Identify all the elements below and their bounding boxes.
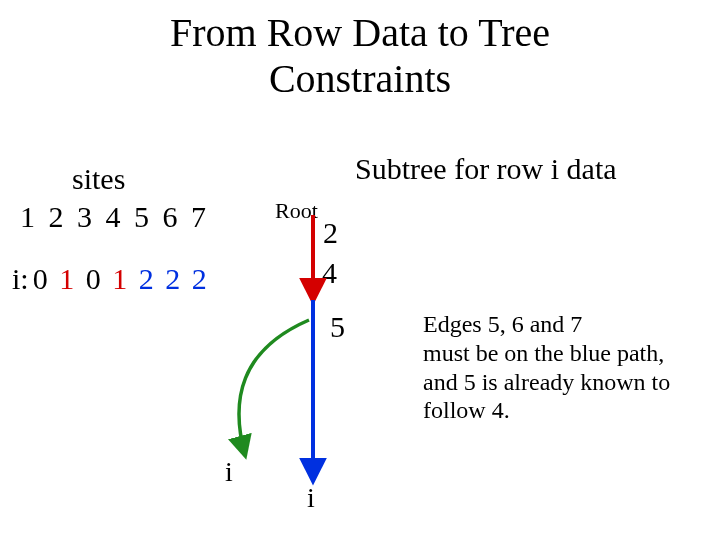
row-i-v0: 0 <box>31 262 50 295</box>
row-i-v4: 2 <box>137 262 156 295</box>
caption-l1: Edges 5, 6 and 7 <box>423 311 582 337</box>
edge-caption: Edges 5, 6 and 7 must be on the blue pat… <box>423 310 713 425</box>
sites-block: sites 1 2 3 4 5 6 7 <box>20 160 209 235</box>
subtree-title: Subtree for row i data <box>355 152 617 186</box>
row-i-v1: 1 <box>57 262 76 295</box>
title-line-2: Constraints <box>269 56 451 101</box>
row-i-v5: 2 <box>163 262 182 295</box>
row-i-prefix: i: <box>10 262 31 295</box>
row-i-v2: 0 <box>84 262 103 295</box>
row-i-v3: 1 <box>110 262 129 295</box>
edge-label-4: 4 <box>322 256 337 290</box>
caption-l2: must be on the blue path, <box>423 340 664 366</box>
root-label: Root <box>275 198 318 224</box>
edge-label-5: 5 <box>330 310 345 344</box>
leaf-i-right: i <box>307 482 315 514</box>
sites-label: sites <box>20 160 209 198</box>
branch-green <box>239 320 309 455</box>
row-i: i:0 1 0 1 2 2 2 <box>10 262 209 296</box>
title-line-1: From Row Data to Tree <box>170 10 550 55</box>
slide-title: From Row Data to Tree Constraints <box>0 10 720 102</box>
caption-l3: and 5 is already known to <box>423 369 670 395</box>
leaf-i-left: i <box>225 456 233 488</box>
caption-l4: follow 4. <box>423 397 510 423</box>
edge-label-2: 2 <box>323 216 338 250</box>
row-i-v6: 2 <box>190 262 209 295</box>
sites-numbers: 1 2 3 4 5 6 7 <box>20 198 209 236</box>
